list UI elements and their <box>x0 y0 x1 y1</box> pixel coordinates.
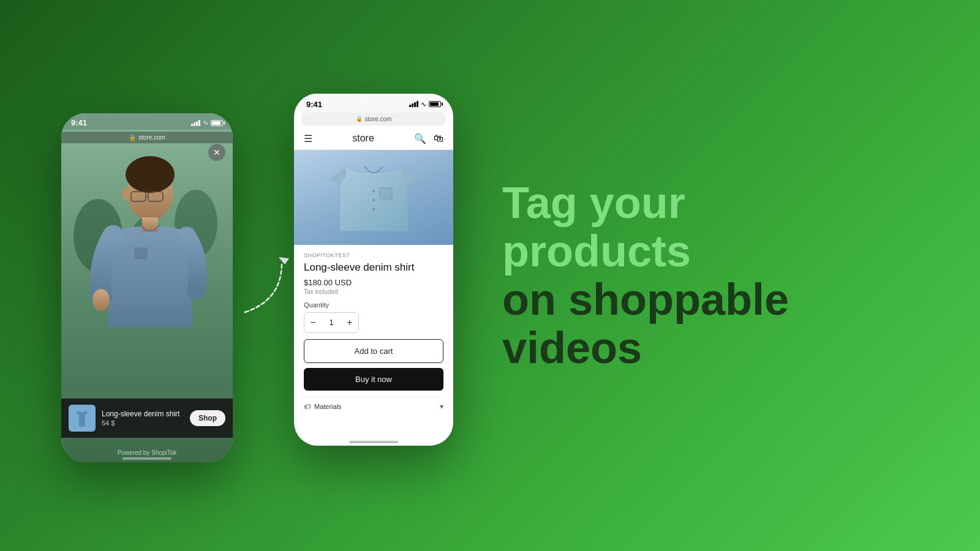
battery-icon <box>211 120 223 126</box>
brand-name: SHOPITOKTEST <box>304 252 443 258</box>
left-url: store.com <box>138 134 165 141</box>
wifi-icon: ∿ <box>203 119 208 127</box>
left-time: 9:41 <box>71 118 87 127</box>
product-details: SHOPITOKTEST Long-sleeve denim shirt $18… <box>294 245 453 423</box>
buy-now-button[interactable]: Buy it now <box>304 368 443 391</box>
shop-button[interactable]: Shop <box>190 410 225 426</box>
right-phone: 9:41 ∿ 🔒 store.com ☰ store <box>294 94 453 446</box>
shirt-thumbnail-icon <box>69 405 96 432</box>
svg-point-12 <box>92 289 110 311</box>
right-battery-icon <box>429 101 441 107</box>
store-nav: ☰ store 🔍 🛍 <box>294 128 453 150</box>
product-bar[interactable]: Long-sleeve denim shirt 54 $ Shop <box>61 399 233 438</box>
product-price: $180.00 USD <box>304 278 443 287</box>
left-status-icons: ∿ <box>191 119 223 127</box>
svg-point-17 <box>372 208 375 211</box>
right-status-bar: 9:41 ∿ <box>294 94 453 113</box>
signal-icon <box>191 120 200 126</box>
left-status-bar: 9:41 ∿ <box>61 113 233 130</box>
product-image <box>294 150 453 245</box>
right-url: store.com <box>365 116 392 122</box>
tax-text: Tax included. <box>304 288 443 295</box>
search-icon[interactable]: 🔍 <box>414 133 426 144</box>
cart-icon[interactable]: 🛍 <box>434 133 443 144</box>
tagline-line3: on shoppable <box>502 276 919 324</box>
svg-rect-10 <box>142 217 158 233</box>
product-title: Long-sleeve denim shirt <box>304 261 443 274</box>
svg-point-16 <box>372 199 375 201</box>
quantity-value: 1 <box>322 318 341 327</box>
product-price-left: 54 $ <box>102 419 184 427</box>
store-nav-title: store <box>352 133 374 144</box>
store-nav-icons: 🔍 🛍 <box>414 133 443 144</box>
scene: 9:41 ∿ 🔒 store.com <box>0 0 980 551</box>
right-wifi-icon: ∿ <box>421 100 426 108</box>
powered-by: Powered by ShopiTok <box>61 449 233 456</box>
close-button[interactable]: ✕ <box>208 144 225 161</box>
right-address-bar: 🔒 store.com <box>301 113 446 126</box>
tagline-line2: products <box>502 227 919 276</box>
add-to-cart-button[interactable]: Add to cart <box>304 339 443 363</box>
quantity-minus-button[interactable]: − <box>304 313 322 332</box>
left-phone: 9:41 ∿ 🔒 store.com <box>61 113 233 462</box>
quantity-plus-button[interactable]: + <box>341 313 358 332</box>
arrow-container <box>233 251 294 324</box>
shirt-large-icon <box>312 151 435 243</box>
right-signal-icon <box>409 101 418 107</box>
curved-arrow <box>233 251 294 324</box>
hamburger-icon[interactable]: ☰ <box>304 133 312 144</box>
right-time: 9:41 <box>306 100 322 109</box>
home-indicator-right <box>349 441 398 443</box>
quantity-control: − 1 + <box>304 312 359 333</box>
home-indicator-left <box>123 457 172 460</box>
product-thumbnail <box>69 405 96 432</box>
left-address-bar: 🔒 store.com <box>61 132 233 143</box>
materials-row[interactable]: 🏷 Materials ▾ <box>304 397 443 416</box>
tagline-line4: videos <box>502 324 919 372</box>
product-name-left: Long-sleeve denim shirt <box>102 410 184 419</box>
text-section: Tag your products on shoppable videos <box>453 179 919 373</box>
svg-marker-14 <box>279 257 289 264</box>
close-icon: ✕ <box>213 148 221 157</box>
materials-label: 🏷 Materials <box>304 403 342 410</box>
svg-rect-11 <box>135 248 147 259</box>
quantity-label: Quantity <box>304 301 443 309</box>
svg-point-15 <box>372 190 375 192</box>
chevron-down-icon: ▾ <box>440 402 443 411</box>
product-info: Long-sleeve denim shirt 54 $ <box>102 410 184 427</box>
tagline-line1: Tag your <box>502 179 919 227</box>
tag-icon: 🏷 <box>304 403 311 410</box>
svg-point-6 <box>122 188 132 200</box>
right-status-icons: ∿ <box>409 100 441 108</box>
svg-rect-18 <box>380 188 392 199</box>
